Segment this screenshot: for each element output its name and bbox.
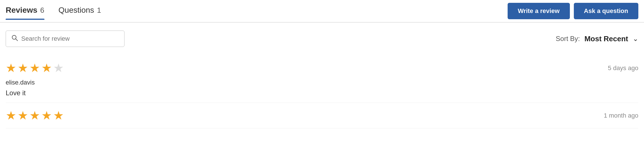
search-box [6, 31, 124, 47]
ask-question-button[interactable]: Ask a question [574, 3, 638, 19]
search-icon [12, 35, 18, 43]
tab-questions-label: Questions [59, 6, 94, 15]
sort-row: Sort By: Most Recent ⌄ [556, 34, 638, 43]
star2-3: ★ [29, 109, 40, 122]
star-4: ★ [41, 61, 52, 75]
star-1: ★ [6, 61, 16, 75]
svg-line-1 [16, 39, 18, 41]
star2-1: ★ [6, 109, 16, 122]
star2-5: ★ [53, 109, 64, 122]
stars-row: ★ ★ ★ ★ ★ [6, 61, 64, 75]
sort-label: Sort By: [556, 35, 580, 43]
tab-reviews-label: Reviews [6, 6, 37, 15]
search-sort-row: Sort By: Most Recent ⌄ [0, 23, 644, 53]
review-top: ★ ★ ★ ★ ★ 5 days ago [6, 61, 638, 75]
tab-bar: Reviews 6 Questions 1 Write a review Ask… [0, 0, 644, 23]
review-author: elise.davis [6, 79, 638, 86]
review-time-2: 1 month ago [604, 112, 638, 119]
stars-row-2: ★ ★ ★ ★ ★ [6, 109, 64, 122]
review-time: 5 days ago [608, 64, 638, 72]
star-5-empty: ★ [53, 61, 64, 75]
tab-reviews-count: 6 [40, 6, 44, 15]
tab-questions[interactable]: Questions 1 [59, 6, 101, 19]
write-review-button[interactable]: Write a review [508, 3, 570, 19]
tab-actions: Write a review Ask a question [508, 3, 638, 22]
reviews-area: ★ ★ ★ ★ ★ 5 days ago elise.davis Love it… [0, 53, 644, 128]
review-item-2: ★ ★ ★ ★ ★ 1 month ago [6, 103, 638, 128]
star-3: ★ [29, 61, 40, 75]
tabs: Reviews 6 Questions 1 [6, 6, 101, 19]
star-2: ★ [18, 61, 28, 75]
chevron-down-icon[interactable]: ⌄ [633, 35, 638, 43]
review-text: Love it [6, 89, 638, 97]
review-top-2: ★ ★ ★ ★ ★ 1 month ago [6, 109, 638, 122]
star2-4: ★ [41, 109, 52, 122]
star2-2: ★ [18, 109, 28, 122]
review-item: ★ ★ ★ ★ ★ 5 days ago elise.davis Love it [6, 55, 638, 103]
tab-questions-count: 1 [97, 6, 101, 15]
tab-reviews[interactable]: Reviews 6 [6, 6, 44, 19]
sort-value: Most Recent [584, 34, 628, 43]
search-input[interactable] [21, 35, 119, 42]
